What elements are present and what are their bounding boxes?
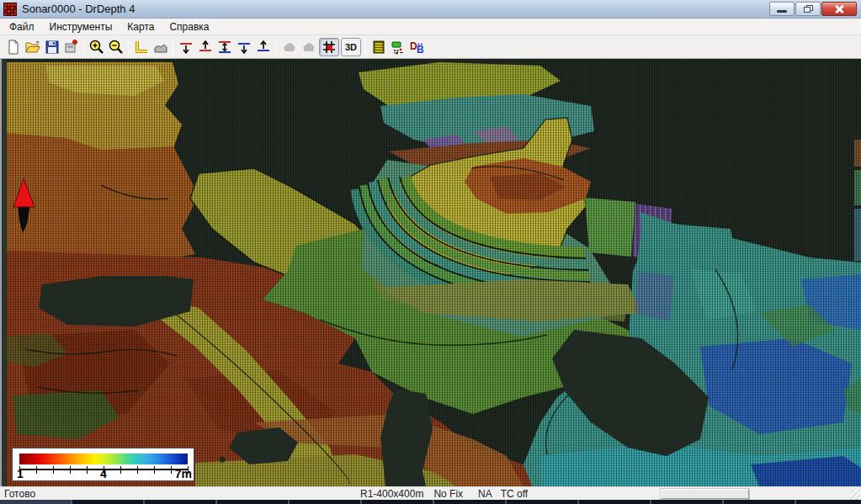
taskbar-start-segment[interactable] bbox=[0, 500, 71, 504]
status-gps-fix: No Fix bbox=[433, 488, 463, 500]
title-bar[interactable]: Sonar0000 - DrDepth 4 bbox=[0, 0, 861, 19]
status-tc: TC off bbox=[501, 488, 528, 500]
new-document-icon bbox=[5, 39, 22, 56]
minimize-icon bbox=[777, 10, 787, 13]
red-line-arrow-up-icon bbox=[197, 39, 214, 56]
depth-scale-legend: 1 4 7m bbox=[12, 448, 194, 481]
status-ready-text: Готово bbox=[4, 488, 35, 500]
gps-upload-icon bbox=[390, 39, 407, 56]
app-icon bbox=[3, 3, 17, 16]
close-button[interactable] bbox=[821, 2, 857, 16]
depth-below-red-button[interactable] bbox=[176, 38, 195, 56]
depth-map-view[interactable]: 1 4 7m bbox=[0, 59, 861, 486]
menu-tools[interactable]: Инструменты bbox=[42, 19, 120, 34]
resize-grip[interactable] bbox=[850, 490, 860, 500]
angle-ruler-icon bbox=[133, 39, 150, 56]
view-3d-label: 3D bbox=[345, 42, 357, 52]
red-line-arrow-down-icon bbox=[178, 39, 194, 56]
area-profile-icon bbox=[152, 39, 169, 56]
data-list-button[interactable] bbox=[369, 38, 388, 56]
toolbar-separator bbox=[365, 39, 366, 56]
profile-area-button[interactable] bbox=[151, 38, 170, 56]
disabled-blob-icon bbox=[280, 39, 297, 56]
minimize-button[interactable] bbox=[769, 2, 795, 16]
zoom-in-icon bbox=[88, 39, 105, 56]
depth-range-icon bbox=[216, 39, 233, 56]
toolbar-separator bbox=[275, 39, 276, 56]
save-floppy-icon bbox=[44, 39, 61, 56]
database-db-icon: D B bbox=[409, 39, 426, 56]
zoom-out-icon bbox=[108, 39, 125, 56]
open-file-button[interactable] bbox=[23, 38, 42, 56]
taskbar-edge[interactable] bbox=[0, 500, 861, 504]
disabled-tool-button-1[interactable] bbox=[279, 38, 298, 56]
new-file-button[interactable] bbox=[3, 38, 23, 56]
toolbar-separator bbox=[128, 39, 129, 56]
measure-angle-button[interactable] bbox=[131, 38, 151, 56]
app-window: Sonar0000 - DrDepth 4 Файл Инструменты К… bbox=[0, 0, 861, 504]
window-title: Sonar0000 - DrDepth 4 bbox=[22, 3, 135, 15]
menu-map[interactable]: Карта bbox=[120, 19, 162, 34]
depth-below-blue-button[interactable] bbox=[234, 38, 253, 56]
blue-line-arrow-down-icon bbox=[236, 39, 252, 56]
depth-above-blue-button[interactable] bbox=[253, 38, 273, 56]
blue-line-arrow-up-icon bbox=[255, 39, 272, 56]
status-na: NA bbox=[478, 488, 492, 500]
gps-transfer-button[interactable] bbox=[388, 38, 407, 56]
scale-max-label: 7m bbox=[175, 468, 192, 480]
menu-file[interactable]: Файл bbox=[2, 19, 42, 34]
zoom-out-button[interactable] bbox=[106, 38, 125, 56]
open-folder-icon bbox=[24, 39, 41, 56]
bathymetry-map bbox=[0, 59, 861, 486]
depth-above-red-button[interactable] bbox=[195, 38, 215, 56]
close-icon bbox=[834, 5, 844, 13]
export-disk-icon bbox=[63, 39, 80, 56]
scale-mid-label: 4 bbox=[100, 468, 107, 480]
disabled-blob-icon bbox=[300, 39, 316, 56]
scale-min-label: 1 bbox=[17, 468, 24, 480]
toolbar-separator bbox=[83, 39, 84, 56]
disabled-tool-button-2[interactable] bbox=[298, 38, 317, 56]
view-3d-button[interactable]: 3D bbox=[341, 38, 361, 56]
grid-map-icon bbox=[322, 40, 337, 55]
restore-icon bbox=[804, 5, 813, 13]
list-table-icon bbox=[370, 39, 387, 56]
toolbar: 3D D B bbox=[0, 35, 861, 59]
database-button[interactable]: D B bbox=[407, 38, 427, 56]
zoom-in-button[interactable] bbox=[87, 38, 106, 56]
view-2d-grid-button[interactable] bbox=[319, 38, 339, 56]
depth-color-gradient bbox=[19, 454, 188, 464]
menu-help[interactable]: Справка bbox=[162, 19, 216, 34]
export-button[interactable] bbox=[61, 38, 81, 56]
depth-range-button[interactable] bbox=[215, 38, 234, 56]
status-record-size: R1-400x400m bbox=[360, 488, 423, 500]
menu-bar: Файл Инструменты Карта Справка bbox=[0, 19, 861, 35]
save-button[interactable] bbox=[42, 38, 61, 56]
toolbar-separator bbox=[173, 39, 173, 56]
svg-text:B: B bbox=[417, 44, 424, 56]
view-mode-group: 3D bbox=[319, 38, 361, 56]
restore-button[interactable] bbox=[795, 2, 821, 16]
status-bar: Готово R1-400x400m No Fix NA TC off bbox=[0, 486, 861, 500]
status-info: R1-400x400m No Fix NA TC off bbox=[360, 488, 528, 500]
status-progress-panel bbox=[661, 489, 749, 499]
